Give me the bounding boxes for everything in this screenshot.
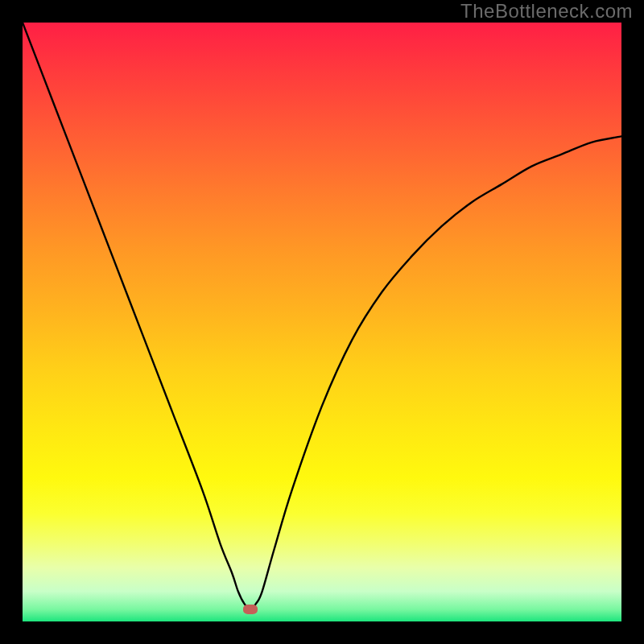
watermark-label: TheBottleneck.com (460, 0, 633, 23)
dip-marker-icon (243, 605, 258, 614)
chart-frame: TheBottleneck.com (0, 0, 644, 644)
plot-area (23, 23, 621, 621)
bottleneck-curve (23, 23, 621, 621)
